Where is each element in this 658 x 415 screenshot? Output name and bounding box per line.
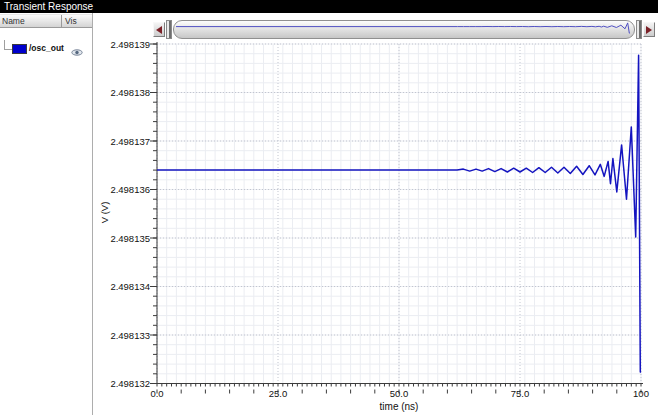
- waveform-plot[interactable]: [147, 38, 658, 410]
- right-triangle-icon: [646, 26, 652, 34]
- range-handle-right[interactable]: [636, 20, 642, 39]
- scrollbar-track[interactable]: [173, 20, 635, 39]
- eye-icon[interactable]: [71, 43, 83, 52]
- vis-column-header[interactable]: Vis: [62, 15, 92, 27]
- x-tick-label: 100: [621, 388, 658, 399]
- scroll-right-button[interactable]: [643, 22, 655, 37]
- y-tick-label: 2.498133: [94, 330, 150, 341]
- signal-color-swatch[interactable]: [12, 44, 27, 54]
- signal-name[interactable]: /osc_out: [29, 43, 64, 53]
- range-handle-left[interactable]: [166, 20, 172, 39]
- x-axis-title: time (ns): [349, 401, 449, 412]
- signal-panel: Name Vis /osc_out: [0, 13, 93, 415]
- scroll-left-button[interactable]: [153, 22, 165, 37]
- tree-connector: [4, 40, 12, 50]
- y-tick-label: 2.498135: [94, 233, 150, 244]
- horizontal-range-scrollbar: [153, 20, 655, 39]
- overview-waveform: [174, 21, 632, 36]
- name-column-header[interactable]: Name: [0, 15, 62, 27]
- left-triangle-icon: [156, 26, 162, 34]
- y-tick-label: 2.498137: [94, 136, 150, 147]
- y-tick-label: 2.498139: [94, 39, 150, 50]
- x-tick-label: 50.0: [379, 388, 419, 399]
- y-axis-title: V (V): [99, 193, 110, 233]
- x-tick-label: 75.0: [500, 388, 540, 399]
- x-tick-label: 0.0: [137, 388, 177, 399]
- panel-header: Name Vis: [0, 14, 92, 28]
- signal-row[interactable]: /osc_out: [0, 40, 92, 54]
- y-tick-label: 2.498134: [94, 281, 150, 292]
- y-tick-label: 2.498138: [94, 87, 150, 98]
- window-title: Transient Response: [0, 0, 658, 13]
- x-tick-label: 25.0: [258, 388, 298, 399]
